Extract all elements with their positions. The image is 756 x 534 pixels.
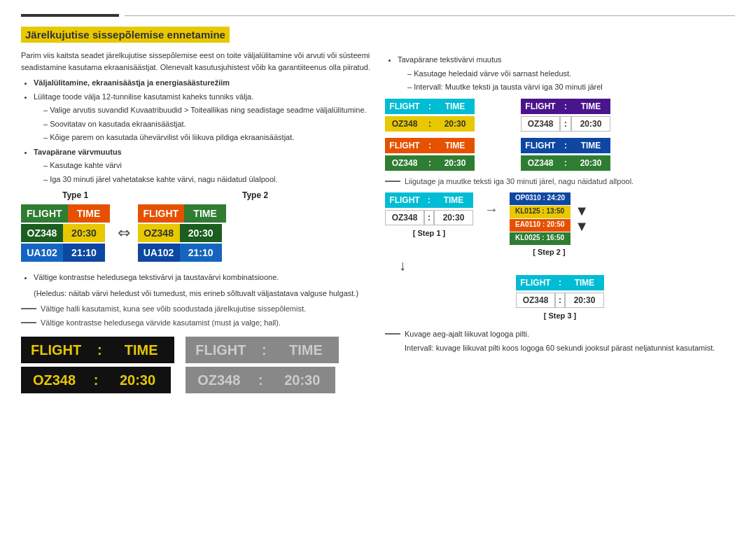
bg-colon2: :: [252, 367, 269, 393]
mb4-flight: FLIGHT: [521, 138, 560, 153]
step1-col: FLIGHT : TIME OZ348 : 20:30 [ Step 1 ]: [385, 192, 473, 237]
logo-note-text: Kuvage aeg-ajalt liikuvat logoga pilti.: [405, 328, 529, 340]
logo-note-section: Kuvage aeg-ajalt liikuvat logoga pilti. …: [385, 328, 735, 354]
warn2-line: Vältige kontrastse heledusega värvide ka…: [21, 318, 371, 327]
mb3-2030: 20:30: [435, 155, 475, 171]
type1-label: Type 1: [21, 190, 130, 200]
mb1-colon2: :: [424, 116, 435, 132]
four-boards-grid: FLIGHT : TIME OZ348 : 20:30 FLIGHT : TIM…: [385, 99, 651, 171]
bb-2030: 20:30: [104, 367, 171, 393]
type-boards-container: FLIGHT TIME OZ348 20:30 UA102 21:10 ⇔ FL…: [21, 204, 371, 262]
logo-note-line: Kuvage aeg-ajalt liikuvat logoga pilti.: [385, 328, 735, 340]
s3-colon1: :: [555, 275, 565, 290]
t1-flight-label: FLIGHT: [21, 204, 68, 223]
t2-2030-label: 20:30: [180, 224, 222, 242]
s1-oz348: OZ348: [385, 210, 424, 225]
bb-colon2: :: [88, 367, 104, 393]
mb4-colon1: :: [560, 138, 571, 153]
bb-colon1: :: [91, 337, 108, 363]
t1-oz348-label: OZ348: [21, 224, 63, 242]
mb1-time: TIME: [435, 99, 475, 114]
mb4-2030: 20:30: [571, 155, 610, 171]
t2-ua102-label: UA102: [138, 244, 180, 262]
big-board-gray: FLIGHT : TIME OZ348 : 20:30: [186, 337, 339, 395]
note2: (Heledus: näitab värvi heledust või tume…: [21, 288, 371, 300]
mb4-time: TIME: [571, 138, 610, 153]
list-item: Väljalülitamine, ekraanisäästja ja energ…: [34, 77, 371, 89]
mb3-oz348: OZ348: [385, 155, 424, 171]
s1-colon1: :: [424, 192, 434, 208]
steps-1-2: FLIGHT : TIME OZ348 : 20:30 [ Step 1 ]: [385, 192, 735, 256]
t2-flight-label: FLIGHT: [138, 204, 185, 223]
step-down-arrow: ↓: [399, 258, 735, 274]
mb1-2030: 20:30: [435, 116, 475, 132]
section3-list: Tavapärane tekstivärvi muutus Kasutage h…: [385, 54, 735, 93]
mb2-oz348: OZ348: [521, 116, 560, 132]
bg-colon1: :: [255, 337, 272, 363]
mb3-flight: FLIGHT: [385, 138, 424, 153]
mb1-oz348: OZ348: [385, 116, 424, 132]
t1-ua102-label: UA102: [21, 244, 63, 262]
s1-flight: FLIGHT: [385, 192, 424, 208]
bb-flight: FLIGHT: [21, 337, 91, 363]
step-note-line: Liigutage ja muutke teksti iga 30 minuti…: [385, 177, 735, 185]
step3-board: FLIGHT : TIME OZ348 : 20:30: [516, 275, 604, 309]
step2-board: OP0310 : 24:20 KL0125 : 13:50 EA0110 : 2…: [510, 192, 570, 245]
step2-board-row: OP0310 : 24:20 KL0125 : 13:50 EA0110 : 2…: [510, 192, 589, 245]
bb-oz348: OZ348: [21, 367, 88, 393]
mb3-colon2: :: [424, 155, 435, 171]
mb2-2030: 20:30: [571, 116, 610, 132]
s3-item1: Kasutage heledaid värve või sarnast hele…: [407, 68, 735, 80]
bg-flight: FLIGHT: [186, 337, 255, 363]
mb2-time: TIME: [571, 99, 610, 114]
t2-oz348-label: OZ348: [138, 224, 180, 242]
swap-arrow: ⇔: [110, 224, 138, 242]
type1-board: FLIGHT TIME OZ348 20:30 UA102 21:10: [21, 204, 110, 262]
step-arrow-right: →: [484, 192, 498, 227]
mini-board-2: FLIGHT : TIME OZ348 : 20:30: [521, 99, 651, 132]
warn1-line: Vältige halli kasutamist, kuna see võib …: [21, 304, 371, 313]
type-labels: Type 1 Type 2: [21, 190, 371, 200]
s2-r3: EA0110 : 20:50: [510, 219, 570, 232]
s3-time: TIME: [565, 275, 604, 290]
list-item: Kõige parem on kasutada ühevärvilist või…: [43, 132, 371, 143]
s2-r4: KL0025 : 16:50: [510, 232, 570, 245]
contrast-note: Vältige kontrastse heledusega tekstivärv…: [21, 272, 371, 299]
s3-title: Tavapärane tekstivärvi muutus: [398, 54, 735, 66]
warn2-text: Vältige kontrastse heledusega värvide ka…: [41, 318, 281, 327]
step3-label: [ Step 3 ]: [544, 311, 576, 320]
section1-list: Väljalülitamine, ekraanisäästja ja energ…: [21, 77, 371, 185]
s1-2030: 20:30: [434, 210, 473, 225]
logo-note2-text: Intervall: kuvage liikuvat pilti koos lo…: [385, 342, 735, 354]
top-divider: [21, 14, 735, 17]
step2-label: [ Step 2 ]: [533, 248, 565, 256]
mb4-colon2: :: [560, 155, 571, 171]
t1-2110-label: 21:10: [63, 244, 105, 262]
mini-board-1: FLIGHT : TIME OZ348 : 20:30: [385, 99, 515, 132]
bg-2030: 20:30: [269, 367, 335, 393]
s1-colon2: :: [424, 210, 434, 225]
s3-oz348: OZ348: [516, 293, 555, 308]
mb2-flight: FLIGHT: [521, 99, 560, 114]
step1-board: FLIGHT : TIME OZ348 : 20:30: [385, 192, 473, 226]
mb3-time: TIME: [435, 138, 475, 153]
s3-2030: 20:30: [565, 293, 604, 308]
s1-time: TIME: [434, 192, 473, 208]
section-title: Järelkujutise sissepõlemise ennetamine: [21, 27, 230, 43]
type2-label: Type 2: [201, 190, 309, 200]
mb1-flight: FLIGHT: [385, 99, 424, 114]
bg-time: TIME: [272, 337, 339, 363]
scroll-arrows: ▼ ▼: [575, 203, 589, 234]
s3-flight: FLIGHT: [516, 275, 555, 290]
intro-text: Parim viis kaitsta seadet järelkujutise …: [21, 50, 371, 73]
mb1-colon1: :: [424, 99, 435, 114]
s3-colon2: :: [555, 293, 565, 308]
s2-r2: KL0125 : 13:50: [510, 206, 570, 218]
mini-board-4: FLIGHT : TIME OZ348 : 20:30: [521, 138, 651, 171]
list-item: Valige arvutis suvandid Kuvaatribuudid >…: [43, 104, 371, 116]
step2-col: OP0310 : 24:20 KL0125 : 13:50 EA0110 : 2…: [510, 192, 589, 256]
list-item: Iga 30 minuti järel vahetatakse kahte vä…: [43, 174, 371, 185]
t1-2030-label: 20:30: [63, 224, 105, 242]
bg-oz348: OZ348: [186, 367, 252, 393]
warn1-text: Vältige halli kasutamist, kuna see võib …: [41, 304, 306, 313]
